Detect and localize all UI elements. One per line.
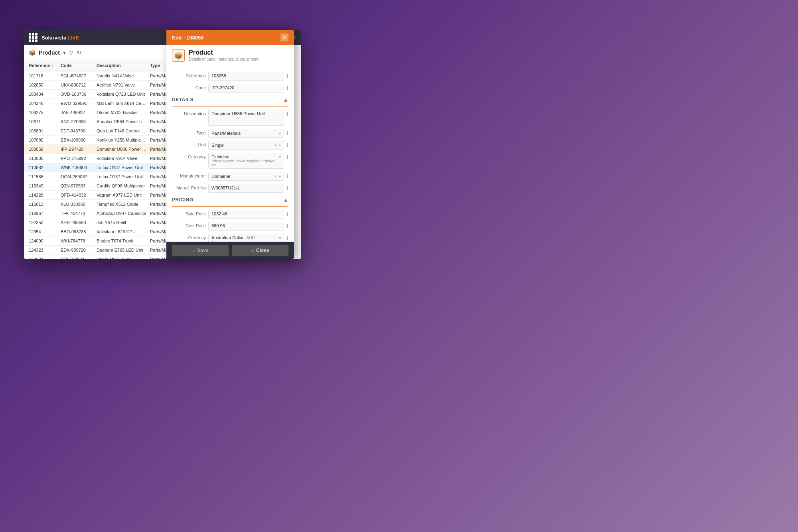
edit-title: Edit - 108058 [172,35,204,41]
edit-close-button[interactable]: ✕ [280,33,288,41]
col-description[interactable]: Description [95,62,148,69]
col-code[interactable]: Code [59,62,95,69]
cell-ref: 101718 [27,73,59,79]
cell-code: UKX-800712 [59,82,95,88]
cell-code: QZV-970593 [59,183,95,189]
cell-desc: Mat Lam Tam A814 Cable [95,100,148,106]
type-info-icon[interactable]: ℹ [286,129,288,136]
save-icon: ○ [192,248,195,253]
reference-row: Reference 108058 ℹ [172,72,288,81]
currency-info-icon[interactable]: ℹ [286,234,288,241]
cell-desc: Quo Lux T146 Control Board [95,128,148,134]
cell-ref: 110505 [27,155,59,162]
chevron-down-icon[interactable]: ▾ [63,49,66,56]
cell-desc: Opela M912 Plug [95,256,148,259]
cell-ref: 111588 [27,173,59,180]
cell-code: IFP-297420 [59,146,95,152]
cell-code: KLU-338960 [59,201,95,207]
description-field[interactable]: Domainer U886 Power Unit [208,110,284,126]
sale-price-info-icon[interactable]: ℹ [286,210,288,217]
type-field[interactable]: Parts/Materials ▾ [208,129,284,138]
edit-header: Edit - 108058 ✕ [166,30,294,45]
cell-desc: Lotlux O137 Power Unit [95,164,148,171]
cost-price-info-icon[interactable]: ℹ [286,222,288,229]
refresh-icon[interactable]: ↻ [77,49,81,56]
cell-ref: 102850 [27,82,59,88]
cell-ref: 107880 [27,137,59,143]
cell-desc: Voltsilam K914 Valve [95,155,148,162]
unit-clear-icon[interactable]: ✕ [274,143,277,148]
currency-code: AUD [247,236,255,240]
category-dropdown-icon: ▾ [279,155,281,159]
cell-desc: Voltsilam L626 CPU [95,229,148,235]
edit-body: 📦 Product Details of parts, materials, &… [166,45,294,242]
cell-ref: 104246 [27,100,59,106]
code-field[interactable]: IFP-297420 [208,84,284,93]
save-button[interactable]: ○ Save [172,245,229,256]
close-button[interactable]: ○ Close [232,245,288,256]
cell-desc: Duobam E765 LED Unit [95,247,148,253]
code-row: Code IFP-297420 ℹ [172,84,288,93]
manufacturer-clear-icon[interactable]: ✕ [274,174,277,179]
cell-desc: Namfix N414 Valve [95,73,148,79]
unit-dropdown-icon: ▾ [279,143,281,148]
cell-ref: 114226 [27,192,59,198]
cell-code: EDK-959720 [59,247,95,253]
cell-desc: Cardify Q998 Multiplexer [95,183,148,189]
cell-ref: 124090 [27,238,59,244]
cell-code: QFD-414032 [59,192,95,198]
cell-desc: Otcom M702 Bracket [95,109,148,116]
unit-value: Single [211,143,224,148]
cell-ref: 122350 [27,219,59,226]
manuf-part-info-icon[interactable]: ℹ [286,184,288,191]
cost-price-field[interactable]: 660.98 [208,222,284,231]
pricing-section-title: PRICING [172,197,194,203]
product-title: Product [189,49,259,56]
product-icon-box: 📦 [172,49,185,62]
currency-field[interactable]: Australian Dollar AUD ▾ 1.79 [208,234,284,242]
pricing-section-header[interactable]: PRICING ▲ [172,197,288,203]
category-info-icon[interactable]: ℹ [286,153,288,160]
description-row: Description Domainer U886 Power Unit ℹ [172,110,288,126]
unit-field[interactable]: Single ✕ ▾ [208,141,284,150]
manuf-part-field[interactable]: W3085TU21-L [208,184,284,193]
cell-code: GYI-560924 [59,256,95,259]
manufacturer-row: Manufacturer Domainer ✕ ▾ ℹ [172,172,288,181]
cell-ref: 12354 [27,229,59,235]
description-info-icon[interactable]: ℹ [286,110,288,117]
cell-ref: 116967 [27,210,59,217]
cell-desc: Biodex T674 Trunk [95,238,148,244]
code-info-icon[interactable]: ℹ [286,84,288,91]
code-label: Code [172,84,206,90]
cell-code: OVD-183756 [59,91,95,97]
cell-code: SGL-B74627 [59,73,95,79]
category-sub-text: Circuit boards, power supplies, displays… [211,159,281,167]
sale-price-field[interactable]: 1032.46 [208,210,284,219]
cell-ref: 10671 [27,118,59,125]
cell-ref: 108058 [27,146,59,152]
cell-desc: Lotlux O137 Power Unit [95,173,148,180]
cell-code: TFK-404770 [59,210,95,217]
reference-label: Reference [172,72,206,78]
unit-info-icon[interactable]: ℹ [286,141,288,148]
cell-code: JAB-446922 [59,109,95,116]
category-field[interactable]: Electrical ▾ Circuit boards, power suppl… [208,153,284,169]
cell-code: AHR-295593 [59,219,95,226]
details-section-header[interactable]: DETAILS ▲ [172,97,288,103]
save-label: Save [197,248,208,253]
cell-ref: 129627 [27,256,59,259]
col-reference[interactable]: Reference ↑ [27,62,59,69]
grid-menu-icon[interactable] [29,33,38,42]
reference-info-icon[interactable]: ℹ [286,72,288,79]
type-value: Parts/Materials [211,131,241,136]
filter-icon[interactable]: ▽ [69,49,73,56]
brand-live: LIVE [68,35,79,41]
cell-desc: Job Y545 Refill [95,219,148,226]
cell-code: PPO-275992 [59,155,95,162]
cell-desc: Domainer U886 Power Unit [95,146,148,152]
manufacturer-value: Domainer [211,174,231,179]
manufacturer-field[interactable]: Domainer ✕ ▾ [208,172,284,181]
manufacturer-info-icon[interactable]: ℹ [286,172,288,179]
reference-field[interactable]: 108058 [208,72,284,81]
cell-desc: Alphazap U947 Capacitor [95,210,148,217]
